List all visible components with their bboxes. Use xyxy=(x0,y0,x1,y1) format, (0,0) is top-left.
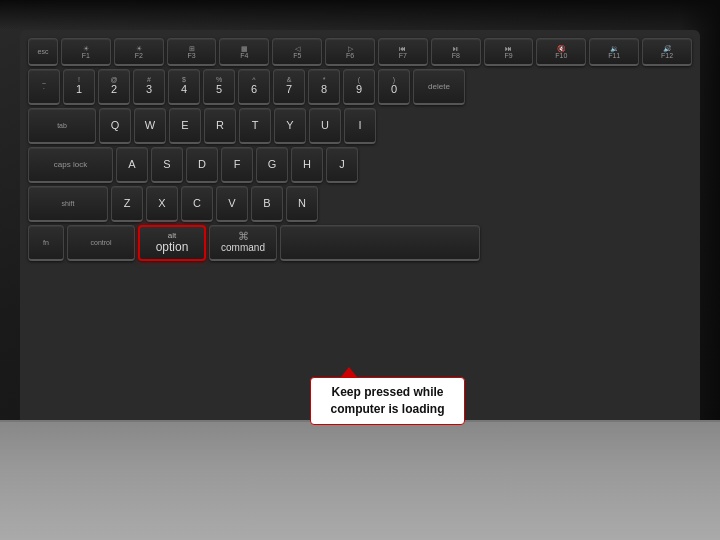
key-f2[interactable]: ☀ F2 xyxy=(114,38,164,66)
key-option[interactable]: alt option xyxy=(138,225,206,261)
key-d[interactable]: D xyxy=(186,147,218,183)
key-f10[interactable]: 🔇 F10 xyxy=(536,38,586,66)
key-f3[interactable]: ⊞ F3 xyxy=(167,38,217,66)
key-f8[interactable]: ⏯ F8 xyxy=(431,38,481,66)
key-f6[interactable]: ▷ F6 xyxy=(325,38,375,66)
key-esc[interactable]: esc xyxy=(28,38,58,66)
key-delete[interactable]: delete xyxy=(413,69,465,105)
key-h[interactable]: H xyxy=(291,147,323,183)
key-q[interactable]: Q xyxy=(99,108,131,144)
key-shift-left[interactable]: shift xyxy=(28,186,108,222)
a-key-row: caps lock A S D F G H J xyxy=(28,147,692,183)
key-z[interactable]: Z xyxy=(111,186,143,222)
key-command[interactable]: ⌘ command xyxy=(209,225,277,261)
bottom-key-row: fn control alt option ⌘ command xyxy=(28,225,692,261)
key-n[interactable]: N xyxy=(286,186,318,222)
key-f7[interactable]: ⏮ F7 xyxy=(378,38,428,66)
key-f4[interactable]: ▦ F4 xyxy=(219,38,269,66)
key-6[interactable]: ^ 6 xyxy=(238,69,270,105)
key-0[interactable]: ) 0 xyxy=(378,69,410,105)
key-x[interactable]: X xyxy=(146,186,178,222)
key-s[interactable]: S xyxy=(151,147,183,183)
key-w[interactable]: W xyxy=(134,108,166,144)
z-key-row: shift Z X C V B N xyxy=(28,186,692,222)
laptop-body xyxy=(0,420,720,540)
fn-key-row: esc ☀ F1 ☀ F2 ⊞ F3 ▦ F4 ◁ F5 xyxy=(28,38,692,66)
key-i[interactable]: I xyxy=(344,108,376,144)
key-f[interactable]: F xyxy=(221,147,253,183)
key-g[interactable]: G xyxy=(256,147,288,183)
key-space[interactable] xyxy=(280,225,480,261)
key-1[interactable]: ! 1 xyxy=(63,69,95,105)
key-f12[interactable]: 🔊 F12 xyxy=(642,38,692,66)
key-c[interactable]: C xyxy=(181,186,213,222)
top-shadow xyxy=(0,0,720,30)
key-5[interactable]: % 5 xyxy=(203,69,235,105)
key-f11[interactable]: 🔉 F11 xyxy=(589,38,639,66)
callout-text: Keep pressed while computer is loading xyxy=(330,385,444,416)
key-4[interactable]: $ 4 xyxy=(168,69,200,105)
key-t[interactable]: T xyxy=(239,108,271,144)
key-f1[interactable]: ☀ F1 xyxy=(61,38,111,66)
key-v[interactable]: V xyxy=(216,186,248,222)
key-fn[interactable]: fn xyxy=(28,225,64,261)
key-f9[interactable]: ⏭ F9 xyxy=(484,38,534,66)
q-key-row: tab Q W E R T Y U I xyxy=(28,108,692,144)
key-f5[interactable]: ◁ F5 xyxy=(272,38,322,66)
callout-annotation: Keep pressed while computer is loading xyxy=(310,377,465,425)
key-3[interactable]: # 3 xyxy=(133,69,165,105)
key-tilde[interactable]: ~ ` xyxy=(28,69,60,105)
key-7[interactable]: & 7 xyxy=(273,69,305,105)
keyboard-background: esc ☀ F1 ☀ F2 ⊞ F3 ▦ F4 ◁ F5 xyxy=(0,0,720,540)
key-j[interactable]: J xyxy=(326,147,358,183)
key-control[interactable]: control xyxy=(67,225,135,261)
key-a[interactable]: A xyxy=(116,147,148,183)
key-u[interactable]: U xyxy=(309,108,341,144)
key-e[interactable]: E xyxy=(169,108,201,144)
key-r[interactable]: R xyxy=(204,108,236,144)
key-capslock[interactable]: caps lock xyxy=(28,147,113,183)
key-b[interactable]: B xyxy=(251,186,283,222)
key-2[interactable]: @ 2 xyxy=(98,69,130,105)
key-y[interactable]: Y xyxy=(274,108,306,144)
key-8[interactable]: * 8 xyxy=(308,69,340,105)
key-9[interactable]: ( 9 xyxy=(343,69,375,105)
number-key-row: ~ ` ! 1 @ 2 # 3 $ 4 % 5 xyxy=(28,69,692,105)
key-tab[interactable]: tab xyxy=(28,108,96,144)
